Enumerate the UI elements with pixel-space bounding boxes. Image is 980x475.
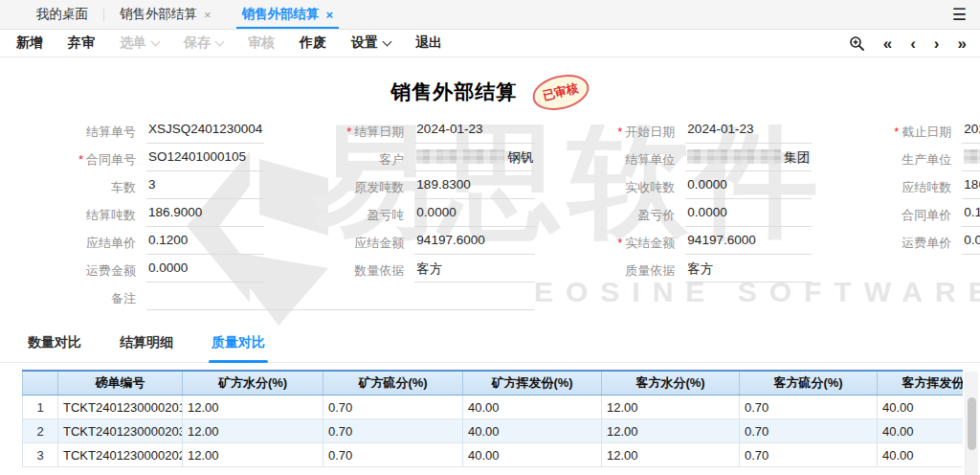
profit-loss-price-input[interactable]: 0.0000	[685, 203, 812, 227]
cell-customer-volatile[interactable]: 40.00	[878, 396, 964, 419]
field-freight-amount: 运费金额 0.0000	[10, 257, 264, 284]
unapprove-button[interactable]: 弃审	[56, 34, 107, 52]
required-asterisk: *	[617, 236, 622, 250]
approved-stamp: 已审核	[529, 69, 592, 115]
profit-loss-tons-input[interactable]: 0.0000	[414, 203, 535, 227]
page-title: 销售外部结算	[390, 79, 517, 105]
tab-quantity-comparison[interactable]: 数量对比	[13, 327, 96, 362]
cell-customer-volatile[interactable]: 40.00	[878, 419, 964, 443]
contract-price-input[interactable]: 0.1200	[962, 203, 980, 227]
chevron-down-icon	[383, 37, 392, 47]
first-record-icon[interactable]: «	[883, 35, 892, 52]
cell-weighbill-no[interactable]: TCKT2401230000203	[58, 419, 183, 443]
tab-my-desktop[interactable]: 我的桌面	[21, 0, 103, 29]
header-row-number[interactable]	[23, 371, 58, 396]
document-header: 销售外部结算 已审核	[0, 74, 980, 110]
tab-quality-comparison[interactable]: 质量对比	[197, 327, 279, 362]
tab-settlement-detail[interactable]: 结算明细	[105, 327, 188, 362]
quality-basis-input[interactable]: 客方	[685, 259, 812, 283]
close-icon[interactable]: ×	[204, 9, 212, 21]
scrollbar-thumb[interactable]	[968, 397, 976, 450]
cell-mine-volatile[interactable]: 40.00	[463, 419, 602, 443]
payable-tons-input[interactable]: 186.9000	[962, 175, 980, 199]
cell-customer-sulfur[interactable]: 0.70	[740, 419, 878, 443]
approve-button: 审核	[235, 34, 287, 52]
remarks-input[interactable]	[146, 286, 535, 310]
field-settlement-no: 结算单号 XSJSQ2401230004	[10, 118, 264, 146]
new-button[interactable]: 新增	[4, 34, 56, 52]
hamburger-menu-icon[interactable]: ☰	[952, 5, 967, 25]
header-mine-moisture[interactable]: 矿方水分(%)	[183, 371, 323, 396]
cell-customer-volatile[interactable]: 40.00	[878, 443, 964, 467]
exit-button[interactable]: 退出	[403, 34, 455, 52]
required-asterisk: *	[894, 124, 899, 139]
quality-comparison-table: 磅单编号 矿方水分(%) 矿方硫分(%) 矿方挥发份(%) 客方水分(%) 客方…	[22, 370, 963, 467]
cell-mine-volatile[interactable]: 40.00	[463, 443, 602, 467]
field-original-tons: 原发吨数 189.8300	[278, 173, 535, 201]
tab-sales-external-settlement-2[interactable]: 销售外部结算 ×	[227, 0, 349, 29]
header-customer-moisture[interactable]: 客方水分(%)	[602, 371, 740, 396]
zoom-search-icon[interactable]	[849, 35, 865, 52]
settlement-unit-input[interactable]: 集团	[685, 147, 812, 171]
settings-button[interactable]: 设置	[339, 34, 403, 52]
cell-mine-volatile[interactable]: 40.00	[463, 396, 602, 419]
tab-sales-external-settlement-1[interactable]: 销售外部结算 ×	[104, 0, 227, 29]
settlement-date-input[interactable]: 2024-01-23	[414, 120, 535, 144]
detail-tab-bar: 数量对比 结算明细 质量对比	[0, 328, 980, 363]
field-contract-no: *合同单号 SO12401000105	[10, 146, 264, 173]
cell-customer-sulfur[interactable]: 0.70	[740, 396, 878, 419]
table-row[interactable]: 2 TCKT2401230000203 12.00 0.70 40.00 12.…	[23, 419, 964, 443]
header-mine-sulfur[interactable]: 矿方硫分(%)	[323, 371, 463, 396]
header-weighbill-no[interactable]: 磅单编号	[58, 371, 183, 396]
settled-amount-input[interactable]: 94197.6000	[685, 231, 812, 255]
cell-mine-moisture[interactable]: 12.00	[183, 443, 323, 467]
cell-customer-moisture[interactable]: 12.00	[602, 443, 740, 467]
header-customer-sulfur[interactable]: 客方硫分(%)	[740, 371, 878, 396]
last-record-icon[interactable]: »	[958, 35, 967, 52]
cell-weighbill-no[interactable]: TCKT2401230000201	[58, 396, 183, 419]
void-button[interactable]: 作废	[287, 34, 339, 52]
payable-price-input[interactable]: 0.1200	[146, 231, 264, 255]
redacted-text	[416, 149, 504, 164]
end-date-input[interactable]: 2024-02-02	[962, 120, 980, 144]
cell-mine-sulfur[interactable]: 0.70	[323, 443, 463, 467]
contract-no-input[interactable]: SO12401000105	[146, 147, 264, 171]
field-profit-loss-tons: 盈亏吨 0.0000	[278, 201, 535, 229]
field-settlement-unit: 结算单位 集团	[548, 146, 812, 173]
close-icon[interactable]: ×	[326, 9, 334, 21]
table-row[interactable]: 1 TCKT2401230000201 12.00 0.70 40.00 12.…	[23, 396, 964, 419]
cell-mine-sulfur[interactable]: 0.70	[323, 396, 463, 419]
received-tons-input[interactable]: 0.0000	[685, 175, 812, 199]
vehicle-count-input[interactable]: 3	[146, 175, 264, 199]
required-asterisk: *	[78, 152, 83, 167]
quantity-basis-input[interactable]: 客方	[414, 259, 535, 283]
freight-amount-input[interactable]: 0.0000	[146, 259, 264, 283]
original-tons-input[interactable]: 189.8300	[414, 175, 535, 199]
header-customer-volatile[interactable]: 客方挥发份(%)	[878, 371, 964, 396]
empty-grid-cell	[825, 257, 980, 284]
settled-tons-input[interactable]: 186.9000	[146, 203, 264, 227]
freight-price-input[interactable]: 0.0000	[962, 231, 980, 255]
cell-mine-moisture[interactable]: 12.00	[183, 396, 323, 419]
table-row[interactable]: 3 TCKT2401230000202 12.00 0.70 40.00 12.…	[23, 443, 964, 467]
cell-mine-moisture[interactable]: 12.00	[183, 419, 323, 443]
next-record-icon[interactable]: ›	[934, 35, 940, 52]
field-end-date: *截止日期 2024-02-02	[825, 118, 980, 146]
field-received-tons: 实收吨数 0.0000	[548, 173, 812, 201]
cell-mine-sulfur[interactable]: 0.70	[323, 419, 463, 443]
start-date-input[interactable]: 2024-01-23	[685, 120, 812, 144]
settlement-form: 结算单号 XSJSQ2401230004 *结算日期 2024-01-23 *开…	[0, 110, 980, 312]
cell-weighbill-no[interactable]: TCKT2401230000202	[58, 443, 183, 467]
required-asterisk: *	[346, 124, 351, 139]
previous-record-icon[interactable]: ‹	[910, 35, 916, 52]
table-vertical-scrollbar[interactable]	[965, 372, 978, 475]
cell-customer-moisture[interactable]: 12.00	[602, 396, 740, 419]
payable-amount-input[interactable]: 94197.6000	[414, 231, 535, 255]
production-unit-input[interactable]: 分公司	[962, 147, 980, 171]
cell-customer-moisture[interactable]: 12.00	[602, 419, 740, 443]
cell-customer-sulfur[interactable]: 0.70	[740, 443, 878, 467]
header-mine-volatile[interactable]: 矿方挥发份(%)	[463, 371, 602, 396]
customer-input[interactable]: 钢钒	[414, 147, 535, 171]
table-header-row: 磅单编号 矿方水分(%) 矿方硫分(%) 矿方挥发份(%) 客方水分(%) 客方…	[23, 371, 964, 396]
settlement-no-input[interactable]: XSJSQ2401230004	[146, 120, 264, 144]
